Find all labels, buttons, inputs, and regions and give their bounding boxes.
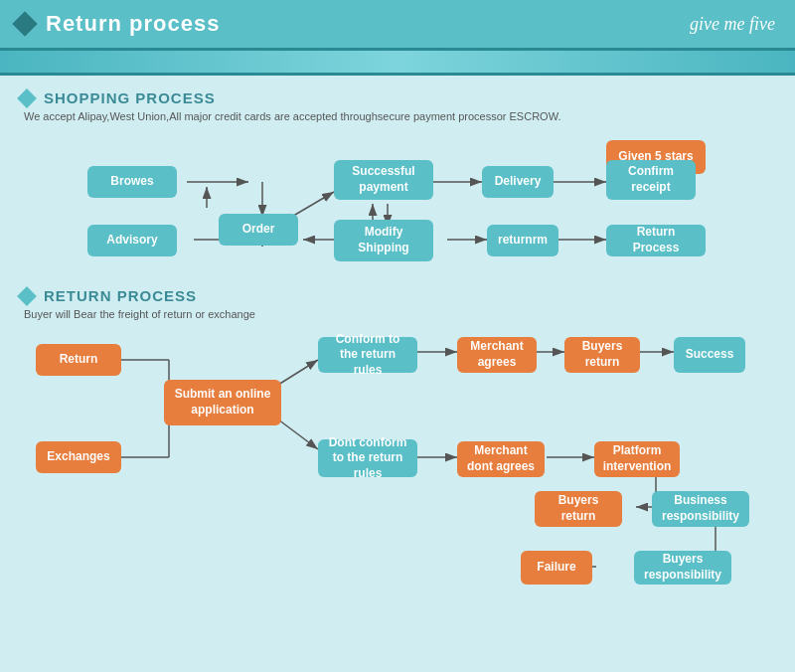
buyers-responsibility-box: Buyers responsibility (634, 551, 731, 585)
submit-application-box[interactable]: Submit an online application (164, 380, 281, 425)
return-diamond-icon (17, 286, 37, 306)
svg-line-20 (278, 420, 318, 449)
return-flow: Return Exchanges Submit an online applic… (20, 330, 775, 608)
main-content: SHOPPING PROCESS We accept Alipay,West U… (0, 76, 795, 672)
return-title: RETURN PROCESS (44, 287, 197, 304)
exchanges-box[interactable]: Exchanges (36, 441, 121, 473)
returnrm-box: returnrm (487, 225, 558, 256)
shopping-title: SHOPPING PROCESS (44, 89, 216, 106)
shopping-subtitle: We accept Alipay,West Union,All major cr… (20, 110, 775, 122)
brand-logo: give me five (690, 14, 775, 35)
return-subtitle: Buyer will Bear the freight of return or… (20, 308, 775, 320)
successful-payment-box: Successful payment (334, 160, 433, 200)
shopping-section-header: SHOPPING PROCESS (20, 89, 775, 106)
failure-box: Failure (521, 551, 592, 585)
header: Return process give me five (0, 0, 795, 48)
order-box: Order (219, 214, 298, 246)
browes-box: Browes (87, 166, 177, 198)
conform-rules-box: Conform to the return rules (318, 337, 417, 373)
buyers-return-1-box: Buyers return (564, 337, 640, 373)
buyers-return-2-box: Buyers return (535, 491, 622, 527)
shopping-diamond-icon (17, 88, 37, 108)
header-title: Return process (46, 11, 220, 37)
svg-line-19 (278, 360, 318, 385)
modify-shipping-box: Modify Shipping (334, 220, 433, 261)
merchant-agrees-box: Merchant agrees (457, 337, 537, 373)
business-responsibility-box: Business responsibility (652, 491, 749, 527)
return-process-box: Return Process (606, 225, 706, 256)
dont-conform-box: Dont conform to the return rules (318, 439, 417, 477)
success-box: Success (674, 337, 745, 373)
header-diamond-icon (12, 11, 37, 36)
shopping-flow: Given 5 stars Browes Successful payment … (20, 132, 775, 281)
return-btn-box[interactable]: Return (36, 344, 121, 376)
merchant-dont-box: Merchant dont agrees (457, 441, 545, 477)
confirm-receipt-box: Confirm receipt (606, 160, 696, 200)
ribbon-decoration (0, 48, 795, 76)
return-section-header: RETURN PROCESS (20, 287, 775, 304)
advisory-box: Advisory (87, 225, 177, 256)
platform-intervention-box: Platform intervention (594, 441, 680, 477)
delivery-box: Delivery (482, 166, 554, 198)
